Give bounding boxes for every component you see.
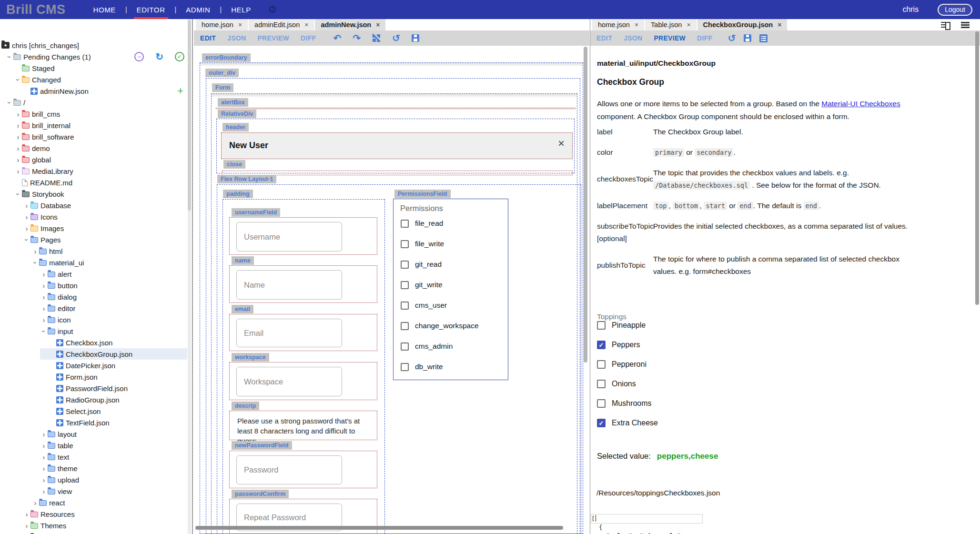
code-line[interactable]: "value": "pineapple", bbox=[591, 532, 980, 534]
checkbox-file-read[interactable]: file_read bbox=[401, 219, 479, 228]
chevron-right-icon[interactable]: › bbox=[43, 431, 45, 438]
theme-gear-icon[interactable]: ⚙ bbox=[268, 4, 277, 15]
chevron-right-icon[interactable]: › bbox=[34, 248, 37, 255]
unchecked-checkbox-icon[interactable] bbox=[401, 261, 409, 269]
horizontal-scrollbar-thumb[interactable] bbox=[195, 526, 563, 530]
tree-item-medialibrary[interactable]: ›MediaLibrary bbox=[0, 165, 187, 177]
checkbox-pineapple[interactable]: Pineapple bbox=[597, 321, 658, 330]
history-icon[interactable]: ↺ bbox=[392, 33, 400, 43]
tree-item-passwordfield-json[interactable]: PasswordField.json bbox=[0, 383, 187, 394]
unchecked-checkbox-icon[interactable] bbox=[401, 363, 409, 371]
tree-item-demo[interactable]: ›demo bbox=[0, 142, 187, 154]
box-alertBox[interactable] bbox=[216, 108, 576, 109]
chevron-right-icon[interactable]: › bbox=[17, 111, 20, 118]
nav-item-editor[interactable]: EDITOR bbox=[133, 0, 169, 19]
logout-button[interactable]: Logout bbox=[938, 4, 972, 16]
chip-workspace[interactable]: workspace bbox=[232, 353, 269, 362]
email-input[interactable] bbox=[236, 319, 342, 347]
tree-item-brill-software[interactable]: ›brill_software bbox=[0, 131, 187, 142]
checked-checkbox-icon[interactable]: ✓ bbox=[597, 341, 606, 349]
mode-diff-button[interactable]: DIFF bbox=[697, 34, 712, 42]
unchecked-checkbox-icon[interactable] bbox=[597, 380, 606, 388]
chevron-down-icon[interactable]: › bbox=[15, 79, 22, 81]
chevron-right-icon[interactable]: › bbox=[17, 122, 20, 129]
checkbox-pepperoni[interactable]: Pepperoni bbox=[597, 360, 658, 369]
tree-item-button[interactable]: ›button bbox=[0, 280, 187, 291]
checkbox-peppers[interactable]: ✓Peppers bbox=[597, 341, 658, 349]
chip-descrip[interactable]: descrip bbox=[232, 402, 259, 410]
checked-checkbox-icon[interactable]: ✓ bbox=[597, 419, 606, 427]
checkbox-git-read[interactable]: git_read bbox=[401, 260, 479, 269]
tree-item-view[interactable]: ›view bbox=[0, 485, 187, 497]
chip-padding[interactable]: padding bbox=[223, 190, 253, 198]
password-input[interactable] bbox=[236, 455, 342, 484]
tree-item-alert[interactable]: ›alert bbox=[0, 268, 187, 280]
checkbox-file-write[interactable]: file_write bbox=[401, 240, 479, 248]
checkbox-cms-admin[interactable]: cms_admin bbox=[401, 342, 479, 351]
tree-item-layout[interactable]: ›layout bbox=[0, 428, 187, 440]
unchecked-checkbox-icon[interactable] bbox=[401, 240, 409, 248]
chip-errorBoundary[interactable]: errorBoundary bbox=[202, 53, 251, 62]
preview-vertical-scrollbar-thumb[interactable] bbox=[975, 31, 979, 305]
tree-item-theme[interactable]: ›theme bbox=[0, 463, 187, 474]
save-icon[interactable] bbox=[412, 34, 419, 42]
tree-item-images[interactable]: ›Images bbox=[0, 222, 187, 234]
mode-diff-button[interactable]: DIFF bbox=[301, 34, 316, 42]
checkbox-onions[interactable]: Onions bbox=[597, 380, 658, 388]
tree-item-table[interactable]: ›table bbox=[0, 440, 187, 451]
tree-item-input[interactable]: ›input bbox=[0, 325, 187, 337]
tree-item-themes[interactable]: ›Themes bbox=[0, 520, 187, 531]
unchecked-checkbox-icon[interactable] bbox=[401, 322, 409, 330]
tree-item-editor[interactable]: ›editor bbox=[0, 302, 187, 314]
mode-preview-button[interactable]: PREVIEW bbox=[257, 34, 289, 42]
tree-item-checkbox-json[interactable]: Checkbox.json bbox=[0, 337, 187, 348]
tree-item-select-json[interactable]: Select.json bbox=[0, 405, 187, 417]
code-line[interactable]: { bbox=[591, 523, 980, 532]
tree-item-global[interactable]: ›global bbox=[0, 154, 187, 165]
tree-item-staged[interactable]: Staged bbox=[0, 62, 187, 74]
chip-form[interactable]: Form bbox=[212, 83, 233, 92]
unchecked-checkbox-icon[interactable] bbox=[401, 343, 409, 351]
tree-item-icons[interactable]: ›Icons bbox=[0, 211, 187, 222]
chevron-right-icon[interactable]: › bbox=[26, 213, 28, 221]
chip-permissionsField[interactable]: PermissionsField bbox=[394, 190, 451, 198]
tree-item-form-json[interactable]: Form.json bbox=[0, 371, 187, 383]
chevron-right-icon[interactable]: › bbox=[17, 145, 20, 152]
chip-flex-row[interactable]: Flex Row Layout-1 bbox=[217, 175, 276, 183]
username-input[interactable] bbox=[236, 222, 342, 252]
chevron-right-icon[interactable]: › bbox=[26, 511, 28, 518]
material-ui-checkboxes-link[interactable]: Material-UI Checkboxes bbox=[821, 100, 900, 108]
checkbox-change-workspace[interactable]: change_workspace bbox=[401, 322, 479, 330]
chevron-right-icon[interactable]: › bbox=[43, 453, 45, 461]
tree-item-chris-chris-changes-[interactable]: ★chris [chris_changes] bbox=[0, 40, 187, 51]
mode-json-button[interactable]: JSON bbox=[624, 34, 642, 42]
sidebar-scrollbar-thumb[interactable] bbox=[188, 20, 191, 211]
chip-header[interactable]: header bbox=[222, 123, 249, 131]
checkbox-extra-cheese[interactable]: ✓Extra Cheese bbox=[597, 419, 658, 427]
tab-adminedit.json[interactable]: adminEdit.json× bbox=[249, 19, 314, 30]
chevron-right-icon[interactable]: › bbox=[17, 168, 20, 175]
chevron-down-icon[interactable]: › bbox=[40, 330, 48, 332]
tree-item-resources[interactable]: ›Resources bbox=[0, 508, 187, 520]
code-line[interactable]: [ bbox=[591, 514, 702, 523]
commit-check-icon[interactable]: ✓ bbox=[175, 52, 184, 61]
chevron-right-icon[interactable]: › bbox=[26, 522, 28, 529]
checkbox-mushrooms[interactable]: Mushrooms bbox=[597, 399, 658, 408]
chevron-right-icon[interactable]: › bbox=[43, 316, 45, 323]
tree-item-pending-changes-1-[interactable]: ›Pending Changes (1)−↻✓ bbox=[0, 51, 187, 62]
tab-checkboxgroup.json[interactable]: CheckboxGroup.json× bbox=[697, 19, 788, 30]
chevron-right-icon[interactable]: › bbox=[34, 499, 37, 506]
workspace-input[interactable] bbox=[236, 367, 342, 396]
tree-item-database[interactable]: ›Database bbox=[0, 200, 187, 211]
json-code-editor[interactable]: [ { "value": "pineapple", "label": "Pine… bbox=[591, 514, 980, 534]
save-icon[interactable] bbox=[744, 34, 751, 42]
unchecked-checkbox-icon[interactable] bbox=[401, 302, 409, 310]
chip-passwordConfirm[interactable]: passwordConfirm bbox=[232, 490, 289, 498]
box-header[interactable]: New User × bbox=[221, 132, 573, 159]
chevron-right-icon[interactable]: › bbox=[26, 202, 28, 209]
tree-item-react[interactable]: ›react bbox=[0, 497, 187, 508]
tab-close-icon[interactable]: × bbox=[238, 21, 242, 29]
nav-item-home[interactable]: HOME bbox=[90, 0, 120, 19]
chevron-down-icon[interactable]: › bbox=[6, 56, 13, 58]
chevron-right-icon[interactable]: › bbox=[17, 156, 20, 163]
